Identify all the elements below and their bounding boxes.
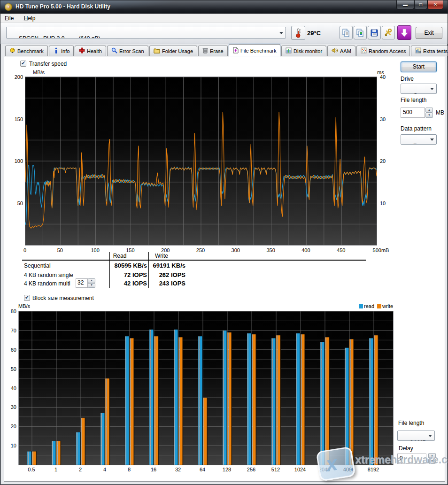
copy-image-button[interactable]	[354, 26, 367, 39]
copy-text-button[interactable]	[340, 26, 353, 39]
tab-label: Benchmark	[17, 48, 44, 54]
copy-image-icon	[356, 29, 364, 37]
axis-tick-label: 8	[128, 467, 131, 472]
tab-disk-monitor[interactable]: Disk monitor	[281, 46, 326, 56]
file-length-input[interactable]: 500	[401, 108, 425, 118]
file-length-unit: MB	[436, 109, 444, 116]
axis-tick-label: 100	[15, 158, 23, 164]
tab-label: Disk monitor	[294, 48, 322, 54]
file-length2-label: File length	[398, 420, 424, 426]
close-icon: ✕	[433, 2, 437, 7]
transfer-speed-chart	[25, 77, 377, 246]
download-icon	[401, 29, 408, 37]
window-title: HD Tune Pro 5.00 - Hard Disk Utility	[15, 3, 110, 10]
tab-label: Random Access	[369, 48, 406, 54]
chevron-down-icon	[430, 88, 434, 90]
checkmark-icon: ✔	[21, 60, 25, 66]
axis-tick-label: 0	[23, 247, 26, 253]
block-size-checkbox[interactable]: ✔	[24, 295, 30, 301]
axis-tick-label: 50	[57, 247, 63, 253]
result-row-label: 4 KB random multi	[24, 280, 70, 287]
random-access-icon	[361, 47, 367, 54]
axis-tick-label: 250	[196, 247, 205, 253]
legend-read-swatch	[359, 304, 363, 308]
random-multi-read-value: 42 IOPS	[109, 280, 147, 287]
tab-error-scan[interactable]: Error Scan	[107, 46, 148, 56]
checkmark-icon: ✔	[25, 294, 29, 300]
temperature-button[interactable]	[291, 26, 305, 40]
axis-tick-label: 256	[247, 467, 255, 472]
drive-selector[interactable]: SPCCN PHD 3.0 (640 gB)	[6, 27, 286, 38]
result-row-label: Sequential	[24, 262, 51, 269]
tab-benchmark[interactable]: Benchmark	[5, 46, 48, 56]
tab-info[interactable]: Info	[49, 46, 74, 56]
save-button[interactable]	[368, 26, 381, 39]
transfer-speed-label: Transfer speed	[29, 61, 67, 67]
options-button[interactable]	[382, 26, 395, 39]
spin-down-icon[interactable]: ▼	[425, 113, 433, 118]
save-icon	[370, 29, 378, 37]
axis-tick-label: 1	[54, 467, 57, 472]
aam-icon	[332, 47, 338, 54]
axis-tick-label: 64	[200, 467, 205, 472]
tab-extra-tests[interactable]: Extra tests	[411, 46, 448, 56]
axis-tick-label: 40	[380, 74, 386, 80]
tab-erase[interactable]: Erase	[198, 46, 228, 56]
axis-tick-label: 60	[11, 347, 16, 353]
axis-tick-label: 30	[380, 116, 386, 122]
spin-down-icon[interactable]: ▼	[88, 283, 95, 288]
axis-tick-label: 150	[15, 116, 23, 122]
menu-bar: File Help	[0, 14, 448, 23]
maximize-button[interactable]: □	[414, 0, 427, 9]
axis-tick-label: 50	[11, 366, 16, 372]
tab-aam[interactable]: AAM	[327, 46, 355, 56]
transfer-speed-checkbox[interactable]: ✔	[20, 61, 26, 67]
bottom-chart-y-unit: MB/s	[18, 303, 30, 309]
tab-file-benchmark[interactable]: File Benchmark	[229, 44, 280, 56]
tab-random-access[interactable]: Random Access	[356, 46, 410, 56]
top-chart-left-unit: MB/s	[33, 69, 45, 75]
drive-combo[interactable]: G:	[401, 84, 437, 94]
axis-tick-label: 0.5	[28, 467, 35, 472]
menu-help[interactable]: Help	[20, 14, 40, 23]
legend-write-swatch	[377, 304, 381, 308]
disk-monitor-icon	[286, 47, 292, 54]
menu-file[interactable]: File	[0, 14, 18, 23]
close-button[interactable]: ✕	[427, 0, 443, 9]
exit-button[interactable]: Exit	[416, 27, 442, 39]
spin-up-icon[interactable]: ▲	[88, 278, 95, 283]
spin-up-icon[interactable]: ▲	[425, 108, 433, 113]
axis-tick-label: 30	[11, 404, 16, 410]
file-length-stepper[interactable]: ▲ ▼	[425, 108, 433, 118]
tab-label: Health	[87, 48, 102, 54]
queue-depth-stepper[interactable]: ▲ ▼	[88, 278, 95, 288]
tab-health[interactable]: Health	[75, 46, 106, 56]
copy-text-icon	[342, 29, 350, 37]
data-pattern-combo[interactable]: Zero	[401, 134, 437, 145]
minimize-button[interactable]: ▬	[396, 0, 414, 9]
extra-tests-icon	[415, 47, 421, 54]
benchmark-icon	[9, 47, 15, 54]
axis-tick-label: 4	[103, 467, 106, 472]
maximize-icon: □	[419, 2, 422, 7]
start-button[interactable]: Start	[401, 62, 437, 72]
block-size-plot	[19, 311, 393, 465]
axis-tick-label: 1024	[294, 467, 306, 472]
delay-stepper[interactable]: ▲ ▼	[428, 453, 436, 463]
spin-down-icon[interactable]: ▼	[428, 459, 436, 464]
delay-input[interactable]: 0	[397, 454, 426, 464]
tab-folder-usage[interactable]: Folder Usage	[149, 46, 197, 56]
sequential-write-value: 69191 KB/s	[148, 262, 185, 269]
data-pattern-value: Zero	[413, 143, 425, 145]
axis-tick-label: 512	[271, 467, 280, 472]
axis-tick-label: 32	[175, 467, 181, 472]
axis-tick-label: 80	[11, 308, 16, 314]
tab-label: Info	[61, 48, 70, 54]
axis-tick-label: 70	[11, 328, 16, 333]
tab-label: Extra tests	[423, 48, 448, 54]
spin-up-icon[interactable]: ▲	[428, 453, 436, 458]
file-length2-combo[interactable]: 64 MB	[397, 431, 435, 441]
folder-icon	[154, 47, 160, 54]
queue-depth-input[interactable]: 32	[76, 278, 88, 288]
download-button[interactable]	[397, 25, 411, 40]
